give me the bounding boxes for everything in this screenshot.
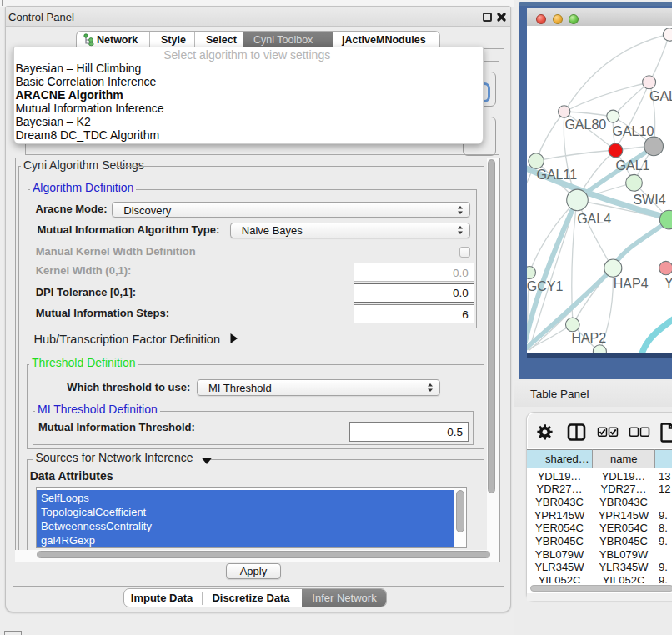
svg-text:GAL10: GAL10 — [612, 124, 654, 138]
svg-text:SWI4: SWI4 — [633, 192, 665, 207]
svg-text:GAL7: GAL7 — [649, 89, 672, 103]
svg-text:HAP2: HAP2 — [571, 331, 606, 345]
svg-text:GCY1: GCY1 — [527, 279, 563, 293]
svg-text:GAL1: GAL1 — [616, 158, 650, 172]
svg-text:YJ: YJ — [664, 276, 672, 290]
svg-text:GAL11: GAL11 — [536, 168, 577, 182]
svg-text:HAP4: HAP4 — [614, 277, 649, 291]
svg-text:GAL80: GAL80 — [564, 118, 606, 132]
svg-text:GAL4: GAL4 — [577, 212, 611, 226]
